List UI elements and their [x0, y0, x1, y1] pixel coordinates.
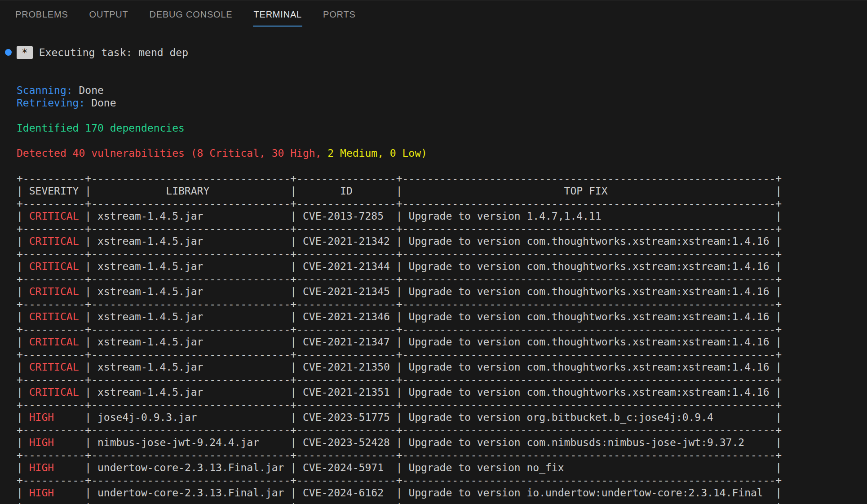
table-row: | CRITICAL | xstream-1.4.5.jar | CVE-202…	[17, 260, 867, 273]
table-border-text: +----------+----------------------------…	[17, 248, 782, 260]
terminal-panel[interactable]: * Executing task: mend dep Scanning: Don…	[17, 46, 867, 504]
table-row: | CRITICAL | xstream-1.4.5.jar | CVE-202…	[17, 235, 867, 248]
table-row-cells: | undertow-core-2.3.13.Final.jar | CVE-2…	[79, 462, 782, 473]
severity-cell: CRITICAL	[29, 361, 79, 373]
severity-cell: CRITICAL	[29, 311, 79, 323]
blank-line	[17, 71, 867, 84]
table-border: +----------+----------------------------…	[17, 499, 867, 504]
table-cell-separator: |	[17, 235, 29, 247]
table-cell-separator: |	[17, 437, 29, 448]
table-cell-separator: |	[17, 361, 29, 373]
table-border: +----------+----------------------------…	[17, 298, 867, 310]
panel-tab-output[interactable]: OUTPUT	[89, 0, 128, 29]
severity-cell: CRITICAL	[29, 386, 79, 398]
table-border: +----------+----------------------------…	[17, 172, 867, 185]
severity-cell: HIGH	[29, 411, 79, 423]
severity-cell: CRITICAL	[29, 210, 79, 222]
status-label: Scanning:	[17, 84, 73, 96]
table-border: +----------+----------------------------…	[17, 398, 867, 411]
table-cell-separator: |	[17, 386, 29, 398]
detected-text: 2 Medium, 0 Low)	[327, 147, 427, 159]
table-border-text: +----------+----------------------------…	[17, 198, 782, 209]
table-border-text: +----------+----------------------------…	[17, 474, 782, 486]
table-row: | HIGH | undertow-core-2.3.13.Final.jar …	[17, 486, 867, 499]
retrieving-status-line: Retrieving: Done	[17, 97, 867, 109]
table-border-text: +----------+----------------------------…	[17, 374, 782, 385]
task-text: Executing task: mend dep	[33, 47, 188, 58]
table-row-cells: | xstream-1.4.5.jar | CVE-2013-7285 | Up…	[79, 210, 782, 222]
table-border: +----------+----------------------------…	[17, 197, 867, 210]
table-row: | CRITICAL | xstream-1.4.5.jar | CVE-202…	[17, 386, 867, 398]
table-border-text: +----------+----------------------------…	[17, 424, 782, 436]
scanning-status-line: Scanning: Done	[17, 84, 867, 97]
severity-cell: HIGH	[29, 437, 79, 448]
table-border: +----------+----------------------------…	[17, 373, 867, 386]
table-row-cells: | jose4j-0.9.3.jar | CVE-2023-51775 | Up…	[79, 411, 782, 423]
blank-line	[17, 134, 867, 147]
table-header-text: | SEVERITY | LIBRARY | ID | TOP FIX |	[17, 185, 782, 197]
table-row: | HIGH | nimbus-jose-jwt-9.24.4.jar | CV…	[17, 436, 867, 449]
identified-text: Identified 170 dependencies	[17, 122, 185, 134]
table-row: | HIGH | jose4j-0.9.3.jar | CVE-2023-517…	[17, 411, 867, 424]
table-border-text: +----------+----------------------------…	[17, 500, 782, 504]
table-cell-separator: |	[17, 411, 29, 423]
status-label: Retrieving:	[17, 97, 85, 109]
table-border-text: +----------+----------------------------…	[17, 172, 782, 184]
status-value: Done	[73, 84, 104, 96]
task-line: * Executing task: mend dep	[17, 46, 867, 59]
identified-line: Identified 170 dependencies	[17, 122, 867, 134]
table-border-text: +----------+----------------------------…	[17, 449, 782, 461]
table-border: +----------+----------------------------…	[17, 424, 867, 436]
severity-cell: CRITICAL	[29, 235, 79, 247]
table-row-cells: | xstream-1.4.5.jar | CVE-2021-21346 | U…	[79, 311, 782, 323]
table-row-cells: | xstream-1.4.5.jar | CVE-2021-21345 | U…	[79, 286, 782, 297]
table-row-cells: | xstream-1.4.5.jar | CVE-2021-21351 | U…	[79, 386, 782, 398]
blank-line	[17, 59, 867, 71]
severity-cell: CRITICAL	[29, 261, 79, 272]
table-cell-separator: |	[17, 336, 29, 348]
table-row-cells: | undertow-core-2.3.13.Final.jar | CVE-2…	[79, 487, 782, 499]
table-row: | CRITICAL | xstream-1.4.5.jar | CVE-202…	[17, 310, 867, 323]
table-border: +----------+----------------------------…	[17, 222, 867, 235]
panel-tab-ports[interactable]: PORTS	[323, 0, 356, 29]
table-border: +----------+----------------------------…	[17, 449, 867, 461]
table-header-row: | SEVERITY | LIBRARY | ID | TOP FIX |	[17, 185, 867, 197]
table-row-cells: | xstream-1.4.5.jar | CVE-2021-21350 | U…	[79, 361, 782, 373]
panel-tab-problems[interactable]: PROBLEMS	[15, 0, 68, 29]
table-border-text: +----------+----------------------------…	[17, 298, 782, 310]
severity-cell: CRITICAL	[29, 336, 79, 348]
table-border: +----------+----------------------------…	[17, 323, 867, 336]
table-border-text: +----------+----------------------------…	[17, 399, 782, 411]
table-border: +----------+----------------------------…	[17, 348, 867, 361]
table-cell-separator: |	[17, 210, 29, 222]
detected-line: Detected 40 vulnerabilities (8 Critical,…	[17, 147, 867, 159]
table-border-text: +----------+----------------------------…	[17, 273, 782, 285]
table-border: +----------+----------------------------…	[17, 474, 867, 486]
blank-line	[17, 159, 867, 172]
severity-cell: HIGH	[29, 462, 79, 473]
panel-tab-terminal[interactable]: TERMINAL	[253, 0, 302, 29]
table-row-cells: | xstream-1.4.5.jar | CVE-2021-21342 | U…	[79, 235, 782, 247]
table-row: | CRITICAL | xstream-1.4.5.jar | CVE-202…	[17, 336, 867, 348]
terminal-output: * Executing task: mend dep Scanning: Don…	[17, 46, 867, 504]
table-row: | HIGH | undertow-core-2.3.13.Final.jar …	[17, 461, 867, 474]
severity-cell: CRITICAL	[29, 286, 79, 297]
table-row: | CRITICAL | xstream-1.4.5.jar | CVE-202…	[17, 361, 867, 373]
table-row-cells: | nimbus-jose-jwt-9.24.4.jar | CVE-2023-…	[79, 437, 782, 448]
table-border-text: +----------+----------------------------…	[17, 223, 782, 234]
table-border: +----------+----------------------------…	[17, 273, 867, 285]
blank-line	[17, 109, 867, 122]
status-value: Done	[85, 97, 116, 109]
table-row-cells: | xstream-1.4.5.jar | CVE-2021-21347 | U…	[79, 336, 782, 348]
table-row-cells: | xstream-1.4.5.jar | CVE-2021-21344 | U…	[79, 261, 782, 272]
command-decoration-dot[interactable]	[5, 49, 12, 56]
severity-cell: HIGH	[29, 487, 79, 499]
table-row: | CRITICAL | xstream-1.4.5.jar | CVE-201…	[17, 210, 867, 222]
table-cell-separator: |	[17, 311, 29, 323]
panel-tab-debug-console[interactable]: DEBUG CONSOLE	[150, 0, 233, 29]
table-border-text: +----------+----------------------------…	[17, 323, 782, 335]
table-row: | CRITICAL | xstream-1.4.5.jar | CVE-202…	[17, 285, 867, 298]
table-cell-separator: |	[17, 261, 29, 272]
table-border: +----------+----------------------------…	[17, 248, 867, 260]
table-cell-separator: |	[17, 487, 29, 499]
